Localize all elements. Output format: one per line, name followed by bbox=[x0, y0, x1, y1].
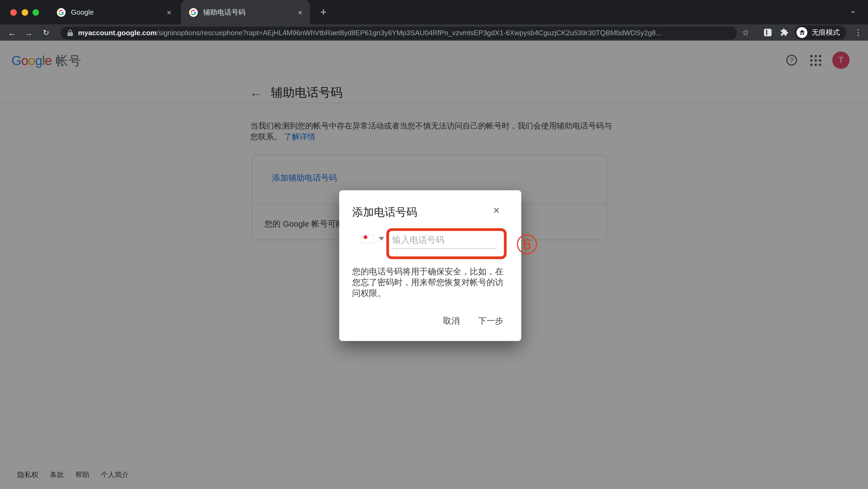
url-domain: myaccount.google.com bbox=[78, 29, 157, 37]
forward-icon[interactable]: → bbox=[23, 24, 35, 41]
lock-icon bbox=[67, 29, 73, 36]
extensions-puzzle-icon[interactable] bbox=[780, 28, 788, 38]
new-tab-button[interactable]: + bbox=[316, 5, 331, 19]
tab-close-icon[interactable]: × bbox=[167, 8, 171, 17]
dialog-close-icon[interactable]: × bbox=[493, 204, 500, 216]
back-icon[interactable]: ← bbox=[6, 24, 18, 41]
tab-title: 辅助电话号码 bbox=[203, 7, 245, 17]
dialog-actions: 取消 下一步 bbox=[443, 316, 503, 327]
screenshot-root: Google × 辅助电话号码 × + ⌄ ← → ↻ myaccount.go… bbox=[0, 0, 868, 489]
incognito-badge: 无痕模式 bbox=[795, 26, 846, 39]
google-favicon-icon bbox=[189, 8, 198, 17]
singapore-flag-icon bbox=[362, 235, 374, 243]
annotation-highlight-box bbox=[386, 228, 506, 259]
dialog-body-text: 您的电话号码将用于确保安全，比如，在您忘了密码时，用来帮您恢复对帐号的访问权限。 bbox=[352, 266, 509, 299]
macos-zoom-button[interactable] bbox=[32, 9, 39, 16]
address-bar[interactable]: myaccount.google.com/signinoptions/rescu… bbox=[61, 26, 737, 39]
bookmark-star-icon[interactable]: ☆ bbox=[740, 24, 751, 41]
tab-title: Google bbox=[71, 8, 94, 16]
cancel-button[interactable]: 取消 bbox=[443, 316, 460, 327]
url-path: /signinoptions/rescuephone?rapt=AEjHL4M9… bbox=[157, 29, 663, 37]
browser-tab-recovery-phone[interactable]: 辅助电话号码 × bbox=[181, 0, 310, 24]
macos-close-button[interactable] bbox=[10, 9, 17, 16]
tab-close-icon[interactable]: × bbox=[298, 8, 302, 17]
browser-menu-kebab-icon[interactable]: ⋮ bbox=[852, 24, 864, 41]
incognito-label: 无痕模式 bbox=[812, 28, 840, 37]
incognito-icon bbox=[797, 27, 807, 38]
tab-search-chevron-icon[interactable]: ⌄ bbox=[849, 5, 856, 15]
browser-tab-bar: Google × 辅助电话号码 × + ⌄ bbox=[0, 0, 868, 24]
add-phone-dialog: 添加电话号码 × 您的电话号码将用于确保安全，比如，在您忘了密码时，用来帮您恢复… bbox=[339, 190, 521, 341]
browser-toolbar: ← → ↻ myaccount.google.com/signinoptions… bbox=[0, 24, 868, 41]
browser-tab-google[interactable]: Google × bbox=[49, 0, 179, 24]
annotation-step-badge: 6 bbox=[517, 234, 537, 254]
macos-minimize-button[interactable] bbox=[22, 9, 28, 16]
google-favicon-icon bbox=[57, 8, 66, 17]
country-dropdown-arrow-icon[interactable] bbox=[379, 237, 384, 241]
annotation-step-number: 6 bbox=[523, 235, 531, 253]
side-panel-icon[interactable] bbox=[764, 29, 772, 36]
reload-icon[interactable]: ↻ bbox=[40, 24, 52, 41]
dialog-title: 添加电话号码 bbox=[352, 205, 417, 220]
next-button[interactable]: 下一步 bbox=[478, 316, 503, 327]
